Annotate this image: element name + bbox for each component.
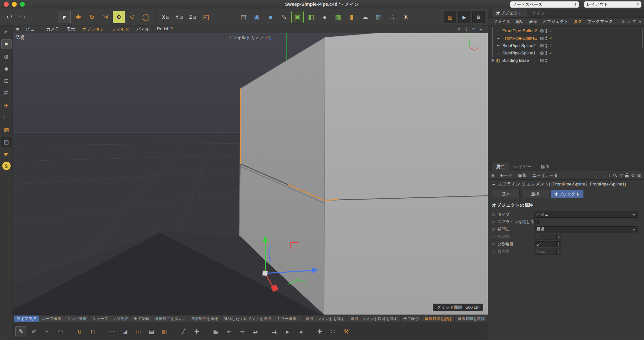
step-forward-icon[interactable]: ▶ [282, 326, 293, 337]
x-axis-lock-button[interactable]: X [159, 11, 172, 23]
vp-menu-options[interactable]: オプション [79, 26, 108, 32]
step-back-icon[interactable]: ◀ [295, 326, 306, 337]
object-name[interactable]: FrontPipe-Spline2 [502, 28, 537, 33]
object-row[interactable]: ∼ FrontPipe-Spline1 ✓ [488, 34, 644, 42]
instance-button[interactable]: ● [318, 11, 331, 23]
boole-object-button[interactable]: ◉ [251, 11, 263, 23]
viewport-3d-scene[interactable] [13, 33, 488, 315]
minimize-window-icon[interactable] [12, 2, 17, 7]
enabled-check-icon[interactable]: ✓ [549, 36, 554, 41]
vp-menu-panel[interactable]: パネル [133, 26, 153, 32]
object-row[interactable]: ∼ SidePipe-Spline2 ✓ [488, 42, 644, 49]
select-connected-button[interactable]: 連結したエレメントを選択 [222, 316, 274, 322]
live-selection-tool[interactable]: ◤ [59, 11, 71, 23]
mirror-tool-icon[interactable]: ⊓ [87, 326, 98, 337]
scale-tool[interactable]: ⇲ [99, 11, 111, 23]
visibility-dots[interactable] [545, 59, 547, 62]
inner-extrude-icon[interactable]: ◫ [133, 326, 144, 337]
tab-attributes[interactable]: 属性 [491, 162, 509, 171]
invert-all-button[interactable]: 全て反転 [131, 316, 152, 322]
ring-selection-button[interactable]: リング選択 [64, 316, 89, 322]
menu-burger-icon[interactable]: ≡ [16, 26, 19, 32]
vp-menu-display[interactable]: 表示 [63, 26, 79, 32]
cube-primitive-button[interactable]: ■ [264, 11, 277, 23]
om-menu-objects[interactable]: オブジェクト [540, 19, 571, 24]
rotate-band-tool[interactable]: ◯ [140, 11, 152, 23]
loop-selection-button[interactable]: ループ選択 [39, 316, 64, 322]
chevron-down-icon[interactable]: ∨ [639, 19, 641, 24]
store-selection-button[interactable]: 選択範囲を記録 [422, 316, 454, 322]
subdivision-surface-button[interactable]: ▣ [291, 11, 304, 23]
cloner-button[interactable]: ▦ [332, 11, 344, 23]
render-settings-button[interactable]: ⚙ [472, 11, 485, 23]
volume-builder-button[interactable]: ◧ [305, 11, 317, 23]
om-menu-edit[interactable]: 編集 [513, 19, 526, 24]
property-number-input[interactable]: 5 cm [534, 249, 561, 255]
enabled-check-icon[interactable]: ✓ [549, 29, 554, 33]
polygon-pen-icon[interactable]: ✚ [191, 326, 202, 337]
home-icon[interactable]: ⌂ [628, 19, 630, 24]
search-icon[interactable] [621, 20, 625, 24]
rotate-tool[interactable]: ↻ [86, 11, 98, 23]
no-link-icon[interactable]: ⊘ [631, 173, 635, 178]
shrink-selection-button[interactable]: 選択範囲を縮小 [189, 316, 221, 322]
om-menu-file[interactable]: ファイル [491, 19, 513, 24]
vp-menu-redshift[interactable]: Redshift [153, 26, 176, 32]
particles-button[interactable]: ∴ [386, 11, 398, 23]
polygons-mode-button[interactable]: ⊞ [1, 100, 12, 110]
stitch-sew-icon[interactable]: ⇄ [250, 326, 261, 337]
viewport-toggle-icon[interactable]: ◱ [479, 27, 483, 32]
om-menu-bookmarks[interactable]: ブックマーク [585, 19, 616, 24]
points-mode-button[interactable]: ⊡ [1, 76, 12, 86]
vp-menu-filter[interactable]: フィルタ [108, 26, 133, 32]
convert-selection-button[interactable]: 選択範囲を変換 [455, 316, 487, 322]
magnet-tool-icon[interactable]: ∪ [74, 326, 85, 337]
undo-icon[interactable]: ↩ [3, 11, 15, 23]
pen-tool-icon[interactable]: ✎ [15, 326, 26, 337]
render-queue-button[interactable]: ▥ [444, 11, 456, 23]
sectab-basic[interactable]: 基本 [492, 190, 520, 198]
vp-menu-view[interactable]: ビュー [22, 26, 43, 32]
smooth-shift-icon[interactable]: ▥ [159, 326, 170, 337]
live-selection-button[interactable]: ライブ選択 [14, 316, 39, 322]
keyframe-dot[interactable] [492, 228, 495, 231]
snap-toggle-button[interactable]: ▨ [1, 125, 12, 135]
stepper-arrows-icon[interactable] [556, 241, 561, 247]
property-number-input[interactable]: 8 [534, 234, 561, 240]
uv-mode-button[interactable]: ◆ [1, 64, 12, 73]
render-play-button[interactable]: ▶ [458, 11, 470, 23]
sectab-coordinates[interactable]: 座標 [521, 190, 549, 198]
tab-layers[interactable]: レイヤー [510, 163, 536, 171]
knife-tool-icon[interactable]: ╱ [178, 326, 189, 337]
parent-up-icon[interactable]: ↑ [609, 173, 611, 178]
keyframe-dot[interactable] [492, 235, 495, 238]
vp-menu-camera[interactable]: カメラ [43, 26, 63, 32]
modeling-settings-icon[interactable]: ⚒ [341, 326, 352, 337]
viewport-canvas[interactable]: 透視 デフォルトカメラ グリッド間隔 : 500 cm Y X [13, 33, 488, 315]
viewport-rotate-icon[interactable]: ↻ [472, 27, 476, 32]
dots-grid-icon[interactable]: ∷ [327, 326, 338, 337]
scrollbar-thumb[interactable] [642, 28, 643, 49]
workplane-button[interactable]: ∟ [1, 113, 12, 122]
pointer-mode-icon[interactable]: ◤ [1, 27, 12, 37]
hide-unselected-button[interactable]: 選択エレメント以外を隠す [348, 316, 400, 322]
edges-mode-button[interactable]: ⊟ [1, 88, 12, 98]
zoom-window-icon[interactable] [20, 2, 25, 7]
tab-objects[interactable]: オブジェクト [491, 9, 527, 17]
axis-edit-button[interactable]: ☛ [1, 149, 12, 159]
close-hole-icon[interactable]: ▦ [210, 326, 221, 337]
array-button[interactable]: ▦ [373, 11, 385, 23]
spline-arc-icon[interactable]: ◠ [55, 326, 66, 337]
texture-mode-button[interactable]: ◍ [1, 52, 12, 61]
coordinate-system-button[interactable]: ◱ [200, 11, 212, 23]
mirror-selection-button[interactable]: ミラー選択... [274, 316, 302, 322]
spline-pen-button[interactable]: ✎ [278, 11, 290, 23]
om-menu-tags[interactable]: タグ [571, 19, 585, 24]
viewport-pan-icon[interactable]: ✥ [457, 27, 461, 32]
light-button[interactable]: ☀ [400, 11, 412, 23]
enabled-check-icon[interactable]: ✓ [549, 43, 554, 48]
visibility-dots[interactable] [545, 44, 547, 48]
enabled-check-icon[interactable]: ✓ [549, 51, 554, 55]
object-row[interactable]: ∼ SidePipe-Spline1 ✓ [488, 49, 644, 57]
layer-color-chip[interactable] [540, 37, 544, 40]
